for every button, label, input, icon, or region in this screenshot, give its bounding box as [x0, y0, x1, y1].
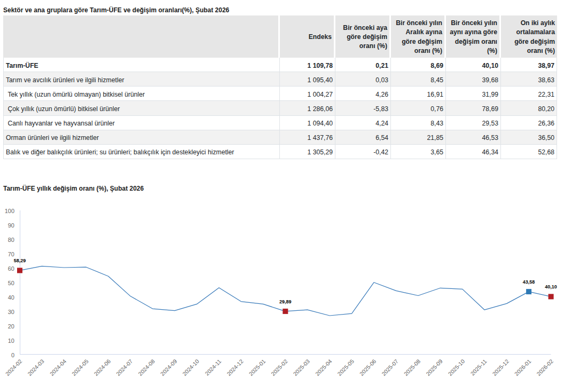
svg-text:2024-05: 2024-05	[70, 358, 90, 377]
svg-text:2024-02: 2024-02	[4, 358, 24, 377]
svg-text:90: 90	[8, 222, 14, 229]
svg-text:2024-08: 2024-08	[137, 358, 156, 377]
svg-text:100: 100	[5, 208, 14, 214]
svg-text:2025-06: 2025-06	[358, 358, 378, 377]
svg-text:2024-12: 2024-12	[225, 358, 245, 377]
svg-text:20: 20	[8, 323, 14, 330]
svg-text:2024-03: 2024-03	[26, 358, 45, 377]
svg-text:58,29: 58,29	[14, 258, 26, 263]
svg-text:0: 0	[11, 352, 14, 358]
svg-text:2024-06: 2024-06	[92, 358, 112, 377]
svg-text:10: 10	[8, 338, 14, 344]
svg-text:60: 60	[8, 265, 14, 272]
svg-text:40,10: 40,10	[545, 284, 557, 289]
svg-text:2024-04: 2024-04	[49, 358, 68, 377]
svg-text:2025-04: 2025-04	[314, 358, 333, 377]
svg-text:30: 30	[8, 309, 14, 315]
svg-text:2025-12: 2025-12	[491, 358, 510, 377]
svg-text:2024-11: 2024-11	[203, 358, 222, 377]
svg-text:2024-09: 2024-09	[159, 358, 178, 377]
svg-text:43,58: 43,58	[523, 279, 535, 285]
svg-text:70: 70	[8, 251, 14, 257]
svg-text:2025-11: 2025-11	[469, 358, 488, 377]
svg-text:2025-10: 2025-10	[446, 358, 466, 377]
svg-text:2025-05: 2025-05	[336, 358, 355, 377]
svg-text:2025-02: 2025-02	[270, 358, 289, 377]
svg-text:40: 40	[8, 294, 14, 301]
svg-text:2024-07: 2024-07	[115, 358, 134, 377]
svg-text:2026-02: 2026-02	[535, 358, 554, 377]
svg-text:80: 80	[8, 237, 14, 243]
svg-text:2026-01: 2026-01	[513, 358, 532, 377]
svg-text:2025-08: 2025-08	[403, 358, 422, 377]
svg-text:2024-10: 2024-10	[181, 358, 200, 377]
svg-text:29,89: 29,89	[279, 299, 292, 304]
svg-text:50: 50	[8, 280, 14, 286]
svg-text:2025-09: 2025-09	[425, 358, 444, 377]
svg-text:2025-01: 2025-01	[247, 358, 267, 377]
svg-text:2025-07: 2025-07	[380, 358, 400, 377]
svg-text:2025-03: 2025-03	[292, 358, 311, 377]
